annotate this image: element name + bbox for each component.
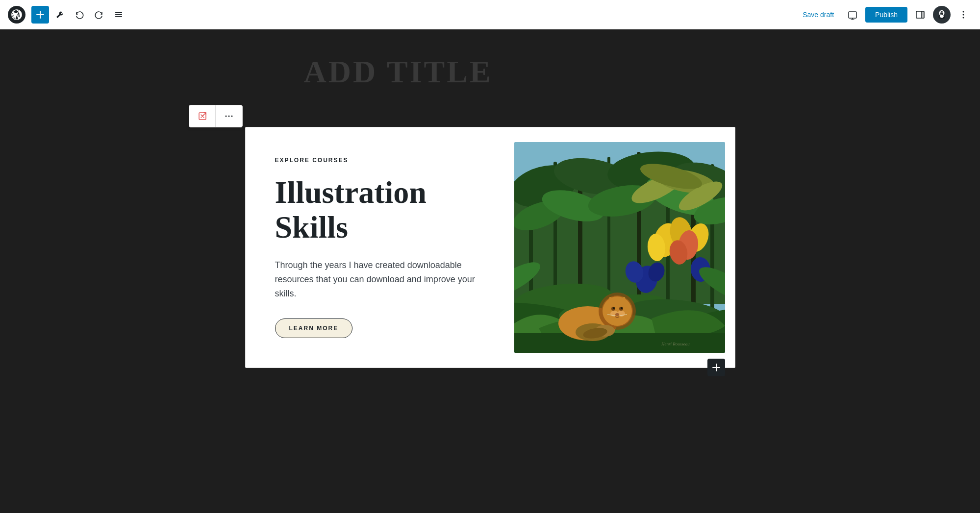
- description-text: Through the years I have created downloa…: [275, 258, 481, 300]
- svg-point-73: [615, 313, 619, 316]
- svg-point-18: [963, 17, 964, 18]
- svg-point-22: [231, 116, 233, 117]
- eyebrow-label: EXPLORE COURSES: [275, 157, 495, 164]
- add-block-bottom-button[interactable]: [707, 359, 725, 376]
- editor-canvas: ADD TITLE EXPLORE COURSES: [0, 29, 980, 513]
- svg-rect-1: [115, 14, 122, 15]
- svg-point-16: [963, 11, 964, 12]
- main-toolbar: Save draft Publish: [0, 0, 980, 29]
- svg-rect-2: [115, 16, 122, 17]
- svg-text:Henri Rousseau: Henri Rousseau: [661, 342, 690, 346]
- svg-rect-62: [514, 333, 725, 353]
- sidebar-toggle-button[interactable]: [911, 6, 929, 24]
- svg-point-12: [941, 12, 941, 12]
- tools-button[interactable]: [51, 6, 69, 24]
- user-avatar-button[interactable]: [933, 6, 951, 24]
- publish-button[interactable]: Publish: [865, 7, 907, 23]
- svg-point-20: [226, 116, 227, 117]
- svg-point-72: [621, 307, 623, 309]
- learn-more-button[interactable]: LEARN MORE: [275, 318, 353, 338]
- svg-point-13: [942, 12, 943, 12]
- preview-button[interactable]: [844, 6, 861, 24]
- svg-point-17: [963, 14, 964, 15]
- course-image: Henri Rousseau: [514, 142, 725, 353]
- svg-point-71: [613, 307, 615, 309]
- select-parent-block-button[interactable]: [189, 105, 216, 127]
- svg-rect-0: [115, 12, 122, 13]
- block-right-image: Henri Rousseau: [519, 127, 735, 367]
- svg-point-9: [940, 11, 943, 15]
- block-more-options-button[interactable]: [216, 105, 242, 127]
- toolbar-right: Save draft Publish: [797, 6, 972, 24]
- save-draft-button[interactable]: Save draft: [797, 8, 840, 22]
- svg-point-66: [603, 296, 632, 326]
- post-title-area: ADD TITLE: [304, 49, 677, 95]
- add-block-button[interactable]: [31, 6, 49, 24]
- post-title-placeholder[interactable]: ADD TITLE: [304, 49, 677, 95]
- headline: Illustration Skills: [275, 175, 495, 244]
- headline-line2: Skills: [275, 210, 348, 244]
- redo-button[interactable]: [90, 6, 108, 24]
- more-tools-button[interactable]: [955, 6, 972, 24]
- block-toolbar: [189, 105, 243, 127]
- headline-line1: Illustration: [275, 175, 427, 210]
- undo-button[interactable]: [71, 6, 88, 24]
- svg-rect-3: [849, 12, 856, 18]
- block-left-content: EXPLORE COURSES Illustration Skills Thro…: [246, 127, 519, 367]
- svg-point-15: [940, 15, 944, 18]
- hero-content-block: EXPLORE COURSES Illustration Skills Thro…: [245, 127, 735, 368]
- list-view-button[interactable]: [110, 6, 127, 24]
- toolbar-left: [8, 6, 795, 24]
- block-inner: EXPLORE COURSES Illustration Skills Thro…: [246, 127, 735, 367]
- wordpress-logo[interactable]: [8, 6, 25, 24]
- svg-point-21: [228, 116, 230, 117]
